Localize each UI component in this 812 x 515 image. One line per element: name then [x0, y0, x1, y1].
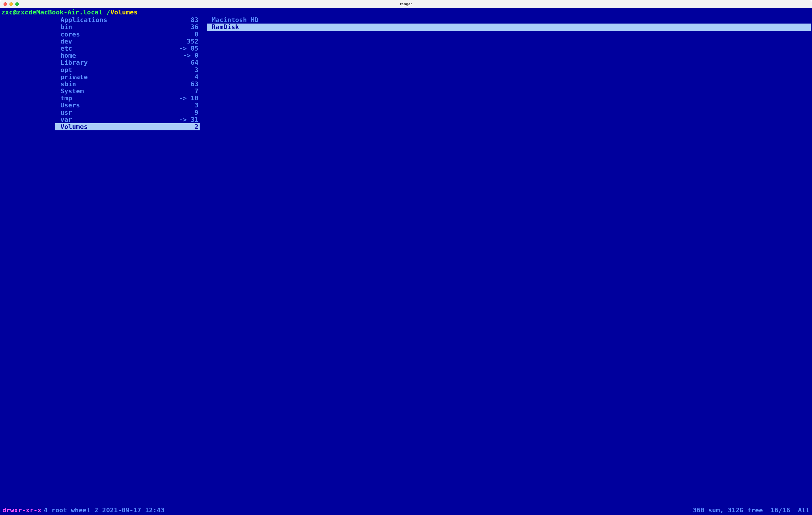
- dir-row[interactable]: cores0: [55, 31, 200, 38]
- dir-count: 4: [195, 73, 198, 81]
- dir-count: 9: [195, 109, 198, 116]
- preview-column[interactable]: Macintosh HD RamDisk: [207, 17, 811, 507]
- path-separator: /: [107, 9, 110, 16]
- dir-count: 0: [195, 31, 198, 38]
- dir-row[interactable]: Users3: [55, 102, 200, 109]
- dir-name: etc: [57, 45, 72, 52]
- dir-row[interactable]: usr9: [55, 109, 200, 116]
- dir-name: opt: [57, 66, 72, 73]
- dir-name: private: [57, 73, 88, 81]
- ranger-terminal[interactable]: zxc@zxcdeMacBook-Air.local / Volumes App…: [0, 8, 812, 515]
- dir-row[interactable]: dev352: [55, 38, 200, 45]
- preview-item-name: RamDisk: [208, 24, 239, 31]
- parent-column[interactable]: [1, 17, 48, 507]
- dir-name: dev: [57, 38, 72, 45]
- dir-row[interactable]: var-> 31: [55, 116, 200, 123]
- dir-row[interactable]: sbin63: [55, 81, 200, 88]
- dir-count: 2: [195, 123, 198, 130]
- ranger-header: zxc@zxcdeMacBook-Air.local / Volumes: [1, 9, 811, 17]
- dir-name: home: [57, 52, 76, 59]
- dir-count: -> 85: [179, 45, 198, 52]
- current-path: Volumes: [110, 9, 138, 16]
- window-titlebar: ranger: [0, 0, 812, 8]
- dir-row[interactable]: tmp-> 10: [55, 95, 200, 102]
- dir-row[interactable]: bin36: [55, 24, 200, 31]
- dir-count: 83: [191, 17, 199, 24]
- dir-count: 64: [191, 59, 199, 66]
- minimize-window-button[interactable]: [9, 2, 13, 6]
- dir-name: Users: [57, 102, 80, 109]
- traffic-lights: [0, 2, 19, 6]
- dir-name: cores: [57, 31, 80, 38]
- status-permissions: drwxr-xr-x: [2, 507, 41, 514]
- status-details: 4 root wheel 2 2021-09-17 12:43: [44, 507, 165, 514]
- dir-name: Volumes: [57, 123, 88, 130]
- dir-row[interactable]: home-> 0: [55, 52, 200, 59]
- dir-name: Applications: [57, 17, 107, 24]
- dir-count: -> 31: [179, 116, 198, 123]
- status-summary: 36B sum, 312G free 16/16 All: [693, 507, 810, 514]
- user-host: zxc@zxcdeMacBook-Air.local: [1, 9, 103, 16]
- dir-name: bin: [57, 24, 72, 31]
- zoom-window-button[interactable]: [15, 2, 19, 6]
- dir-count: -> 0: [183, 52, 198, 59]
- dir-count: 352: [187, 38, 198, 45]
- dir-name: Library: [57, 59, 88, 66]
- dir-row[interactable]: Applications83: [55, 17, 200, 24]
- preview-row[interactable]: Macintosh HD: [207, 17, 811, 24]
- dir-row[interactable]: Volumes2: [55, 123, 200, 130]
- dir-count: 7: [195, 88, 198, 95]
- dir-row[interactable]: Library64: [55, 59, 200, 66]
- dir-count: 3: [195, 102, 198, 109]
- dir-row[interactable]: System7: [55, 88, 200, 95]
- dir-row[interactable]: opt3: [55, 66, 200, 73]
- current-column[interactable]: Applications83 bin36 cores0 dev352 etc->…: [55, 17, 200, 507]
- dir-count: 3: [195, 66, 198, 73]
- dir-name: var: [57, 116, 72, 123]
- ranger-columns: Applications83 bin36 cores0 dev352 etc->…: [1, 17, 811, 507]
- close-window-button[interactable]: [3, 2, 7, 6]
- preview-row[interactable]: RamDisk: [207, 24, 811, 31]
- preview-item-name: Macintosh HD: [208, 17, 259, 24]
- dir-name: usr: [57, 109, 72, 116]
- dir-count: -> 10: [179, 95, 198, 102]
- dir-name: sbin: [57, 81, 76, 88]
- dir-row[interactable]: private4: [55, 73, 200, 81]
- dir-row[interactable]: etc-> 85: [55, 45, 200, 52]
- dir-count: 36: [191, 24, 199, 31]
- status-bar: drwxr-xr-x 4 root wheel 2 2021-09-17 12:…: [1, 507, 811, 514]
- window-title: ranger: [0, 2, 812, 6]
- dir-count: 63: [191, 81, 199, 88]
- dir-name: tmp: [57, 95, 72, 102]
- dir-name: System: [57, 88, 84, 95]
